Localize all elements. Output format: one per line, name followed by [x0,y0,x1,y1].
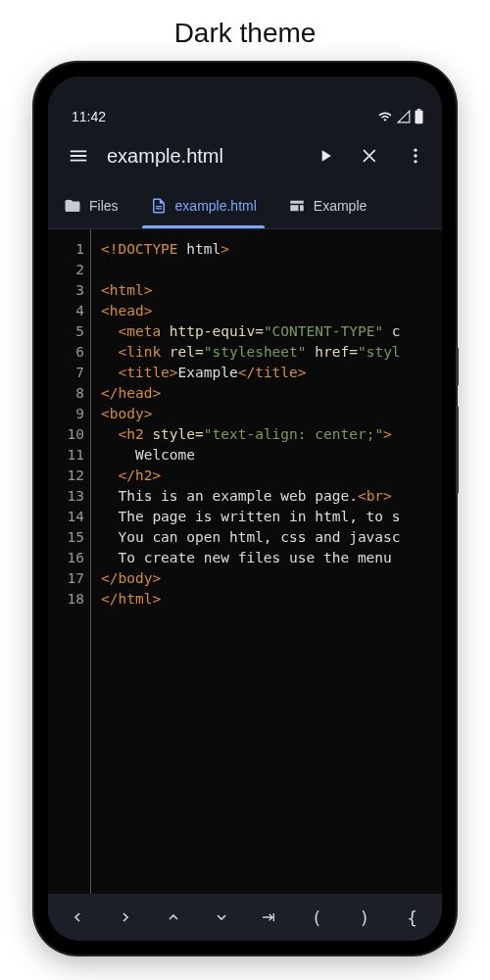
line-number: 6 [48,342,84,363]
line-gutter: 123456789101112131415161718 [48,229,91,894]
line-number: 16 [48,548,84,568]
line-number: 3 [48,280,84,301]
tab-strip: Filesexample.htmlExample [48,182,442,229]
menu-icon [68,145,89,167]
code-line[interactable]: <html> [101,280,442,301]
line-number: 14 [48,507,84,527]
menu-button[interactable] [58,135,99,176]
code-line[interactable] [101,260,442,280]
code-line[interactable]: <body> [101,404,442,424]
close-button[interactable] [350,135,391,176]
web-icon [288,197,306,215]
key-brace-open[interactable]: { [388,894,436,941]
phone-frame: 11:42 example.html Filesexample.htmlExam [34,63,456,955]
svg-point-2 [414,149,416,152]
key-down[interactable] [197,894,245,941]
code-line[interactable]: <meta http-equiv="CONTENT-TYPE" c [101,321,442,342]
code-line[interactable]: <title>Example</title> [101,363,442,383]
code-line[interactable]: <link rel="stylesheet" href="styl [101,342,442,363]
keyboard-toolbar: (){ [48,894,442,941]
overflow-button[interactable] [395,135,436,176]
tab-example[interactable]: Example [272,182,382,228]
svg-rect-1 [417,109,420,111]
code-line[interactable]: <!DOCTYPE html> [101,239,442,260]
code-line[interactable]: <head> [101,301,442,321]
code-line[interactable]: You can open html, css and javasc [101,527,442,548]
status-icons [376,109,424,124]
line-number: 4 [48,301,84,321]
run-button[interactable] [305,135,346,176]
code-line[interactable]: </head> [101,383,442,404]
signal-icon [396,110,412,123]
code-line[interactable]: This is an example web page.<br> [101,486,442,507]
tab-example-html[interactable]: example.html [134,182,272,228]
play-icon [316,146,335,166]
more-vert-icon [406,146,425,166]
svg-rect-0 [416,111,423,124]
status-bar: 11:42 [48,104,442,129]
tab-label: Files [89,198,119,214]
line-number: 9 [48,404,84,424]
battery-icon [414,109,424,124]
code-line[interactable]: </html> [101,589,442,610]
key-tab[interactable] [245,894,293,941]
page-heading: Dark theme [0,0,490,63]
code-line[interactable]: The page is written in html, to s [101,507,442,527]
close-icon [361,146,380,166]
code-line[interactable]: <h2 style="text-align: center;"> [101,424,442,445]
svg-point-3 [414,154,416,157]
line-number: 8 [48,383,84,404]
status-time: 11:42 [72,109,106,124]
line-number: 7 [48,363,84,383]
line-number: 10 [48,424,84,445]
tab-label: Example [314,198,367,214]
app-bar: example.html [48,129,442,182]
line-number: 18 [48,589,84,610]
folder-icon [64,197,81,215]
key-paren-close[interactable]: ) [341,894,389,941]
code-area[interactable]: <!DOCTYPE html> <html><head> <meta http-… [91,229,442,894]
key-right[interactable] [102,894,150,941]
code-line[interactable]: </body> [101,568,442,589]
line-number: 17 [48,568,84,589]
code-line[interactable]: </h2> [101,466,442,486]
key-left[interactable] [54,894,102,941]
phone-side-button [456,406,459,494]
line-number: 15 [48,527,84,548]
line-number: 13 [48,486,84,507]
line-number: 5 [48,321,84,342]
wifi-icon [376,110,394,123]
key-up[interactable] [150,894,198,941]
line-number: 2 [48,260,84,280]
code-line[interactable]: Welcome [101,445,442,466]
phone-side-button [456,347,459,386]
tab-files[interactable]: Files [48,182,134,228]
svg-point-4 [414,160,416,163]
key-paren-open[interactable]: ( [293,894,341,941]
code-line[interactable]: To create new files use the menu [101,548,442,568]
line-number: 11 [48,445,84,466]
screen: 11:42 example.html Filesexample.htmlExam [48,76,442,941]
line-number: 12 [48,466,84,486]
code-editor[interactable]: 123456789101112131415161718 <!DOCTYPE ht… [48,229,442,894]
document-icon [150,197,168,215]
line-number: 1 [48,239,84,260]
tab-label: example.html [175,198,257,214]
app-title: example.html [103,145,301,168]
